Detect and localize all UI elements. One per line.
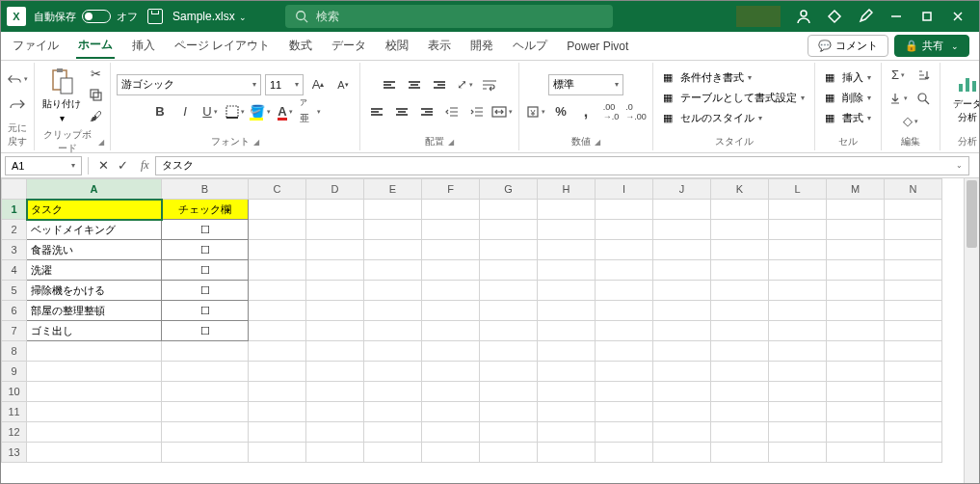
select-all-corner[interactable] — [2, 179, 27, 200]
diamond-icon[interactable] — [819, 1, 850, 32]
col-header[interactable]: E — [364, 179, 422, 200]
cell[interactable] — [306, 382, 364, 402]
cell[interactable] — [306, 301, 364, 321]
format-painter-button[interactable]: 🖌 — [87, 107, 104, 124]
cell[interactable] — [422, 200, 480, 220]
cell[interactable] — [538, 402, 596, 422]
cell[interactable] — [306, 240, 364, 260]
cancel-formula-icon[interactable]: ✕ — [94, 157, 112, 175]
cell[interactable] — [364, 260, 422, 281]
cell[interactable] — [653, 301, 711, 321]
cell[interactable] — [538, 362, 596, 382]
align-center-button[interactable] — [391, 101, 412, 122]
dialog-launcher-icon[interactable]: ◢ — [595, 138, 600, 147]
cell[interactable] — [769, 382, 827, 402]
cell[interactable] — [827, 402, 885, 422]
cell[interactable] — [249, 281, 306, 301]
search-input[interactable]: 検索 — [285, 5, 613, 28]
cell[interactable] — [769, 341, 827, 362]
cell[interactable] — [769, 200, 827, 220]
cell[interactable] — [538, 443, 596, 463]
font-color-button[interactable]: A▾ — [275, 101, 296, 122]
cell[interactable] — [596, 362, 653, 382]
col-header[interactable]: F — [422, 179, 480, 200]
cell[interactable] — [27, 402, 162, 422]
cell[interactable] — [538, 240, 596, 260]
cell[interactable] — [653, 382, 711, 402]
cell[interactable] — [249, 382, 306, 402]
row-header[interactable]: 12 — [2, 422, 27, 443]
cell[interactable] — [653, 362, 711, 382]
cell[interactable] — [162, 382, 249, 402]
cell[interactable] — [422, 220, 480, 240]
cell[interactable] — [596, 220, 653, 240]
cell[interactable]: チェック欄 — [162, 200, 249, 220]
save-icon[interactable] — [147, 9, 163, 24]
cell[interactable] — [769, 281, 827, 301]
cell[interactable] — [827, 382, 885, 402]
cell[interactable] — [422, 443, 480, 463]
col-header[interactable]: G — [480, 179, 538, 200]
cell[interactable] — [885, 220, 942, 240]
cell[interactable] — [249, 301, 306, 321]
cell[interactable] — [711, 362, 769, 382]
tab-formulas[interactable]: 数式 — [287, 34, 314, 58]
cell[interactable] — [306, 281, 364, 301]
cell[interactable] — [27, 443, 162, 463]
insert-cells-button[interactable]: ▦挿入▾ — [821, 68, 875, 87]
cell[interactable] — [653, 422, 711, 443]
tab-insert[interactable]: 挿入 — [130, 34, 157, 58]
cell[interactable] — [480, 260, 538, 281]
tab-help[interactable]: ヘルプ — [511, 34, 549, 58]
cell[interactable] — [596, 443, 653, 463]
cell[interactable] — [827, 220, 885, 240]
cell[interactable] — [653, 281, 711, 301]
row-header[interactable]: 7 — [2, 321, 27, 341]
cell[interactable] — [827, 301, 885, 321]
cell[interactable]: ☐ — [162, 281, 249, 301]
cell[interactable]: ☐ — [162, 260, 249, 281]
cell[interactable] — [538, 220, 596, 240]
col-header[interactable]: I — [596, 179, 653, 200]
tab-powerpivot[interactable]: Power Pivot — [565, 36, 630, 57]
fill-button[interactable]: ▾ — [887, 88, 909, 109]
cell[interactable] — [827, 443, 885, 463]
dialog-launcher-icon[interactable]: ◢ — [98, 138, 104, 147]
col-header[interactable]: N — [885, 179, 942, 200]
cell[interactable] — [827, 321, 885, 341]
fx-icon[interactable]: fx — [141, 158, 149, 173]
cell[interactable] — [885, 301, 942, 321]
cell[interactable] — [162, 402, 249, 422]
cell[interactable] — [364, 362, 422, 382]
undo-button[interactable]: ▾ — [7, 68, 28, 90]
find-button[interactable] — [913, 88, 934, 109]
cell[interactable] — [249, 260, 306, 281]
vertical-scrollbar[interactable] — [964, 178, 979, 483]
cell[interactable] — [422, 341, 480, 362]
cell[interactable] — [364, 301, 422, 321]
cell[interactable] — [596, 382, 653, 402]
cell[interactable]: 食器洗い — [27, 240, 162, 260]
cell[interactable] — [885, 200, 942, 220]
autosum-button[interactable]: Σ▾ — [887, 65, 909, 86]
fill-color-button[interactable]: 🪣▾ — [250, 101, 271, 122]
cell[interactable] — [538, 382, 596, 402]
cell[interactable] — [480, 200, 538, 220]
cell[interactable]: 部屋の整理整頓 — [27, 301, 162, 321]
cell[interactable] — [162, 422, 249, 443]
name-box[interactable]: A1▾ — [5, 156, 82, 175]
underline-button[interactable]: U▾ — [199, 101, 221, 122]
tab-view[interactable]: 表示 — [426, 34, 453, 58]
cell[interactable] — [538, 200, 596, 220]
cell[interactable] — [306, 220, 364, 240]
cell[interactable] — [364, 321, 422, 341]
cell[interactable] — [480, 443, 538, 463]
orientation-button[interactable]: ⤢▾ — [454, 74, 475, 95]
cell[interactable] — [306, 402, 364, 422]
cell-styles-button[interactable]: ▦セルのスタイル▾ — [659, 109, 766, 127]
col-header[interactable]: B — [162, 179, 249, 200]
cell[interactable] — [538, 422, 596, 443]
cell[interactable] — [480, 321, 538, 341]
row-header[interactable]: 2 — [2, 220, 27, 240]
cell[interactable] — [306, 260, 364, 281]
